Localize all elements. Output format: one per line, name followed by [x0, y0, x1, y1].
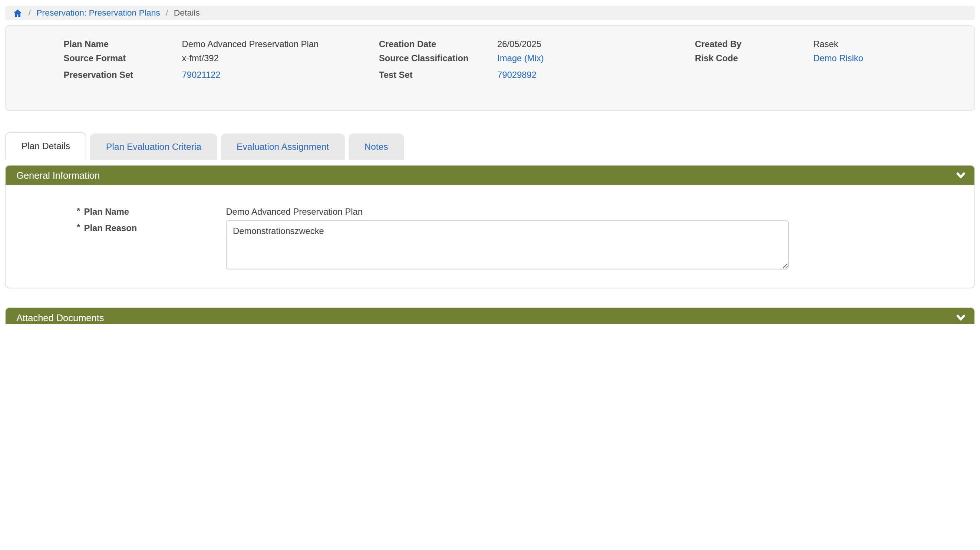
plan-reason-label: *Plan Reason	[77, 223, 137, 233]
breadcrumb-separator: /	[166, 8, 168, 18]
chevron-down-icon[interactable]	[956, 170, 966, 181]
tab-bar: Plan Details Plan Evaluation Criteria Ev…	[5, 132, 980, 160]
breadcrumb-separator: /	[28, 8, 30, 18]
plan-name-value: Demo Advanced Preservation Plan	[226, 207, 363, 217]
summary-row-test-set: Test Set 79029892	[379, 70, 695, 80]
plan-summary-panel: Plan Name Demo Advanced Preservation Pla…	[5, 25, 975, 111]
summary-row-source-format: Source Format x-fmt/392	[64, 53, 379, 63]
required-marker: *	[77, 222, 80, 232]
summary-label: Test Set	[379, 70, 497, 80]
summary-value: Demo Advanced Preservation Plan	[182, 39, 319, 49]
home-icon[interactable]	[13, 8, 22, 18]
attached-documents-section: Attached Documents Document path Add	[5, 307, 975, 324]
attached-documents-header[interactable]: Attached Documents	[6, 308, 974, 324]
risk-code-link[interactable]: Demo Risiko	[813, 53, 863, 63]
general-information-section: General Information *Plan Name Demo Adva…	[5, 165, 975, 289]
test-set-link[interactable]: 79029892	[497, 70, 536, 80]
summary-label: Created By	[695, 39, 813, 49]
summary-value: x-fmt/392	[182, 53, 219, 63]
summary-label: Plan Name	[64, 39, 182, 49]
summary-label: Creation Date	[379, 39, 497, 49]
tab-notes[interactable]: Notes	[348, 134, 404, 160]
summary-label: Risk Code	[695, 53, 813, 63]
preservation-set-link[interactable]: 79021122	[182, 70, 221, 80]
summary-label: Source Format	[64, 53, 182, 63]
section-title: Attached Documents	[16, 312, 104, 323]
summary-row-preservation-set: Preservation Set 79021122	[64, 70, 379, 80]
summary-row-created-by: Created By Rasek	[695, 39, 974, 49]
required-marker: *	[77, 206, 80, 216]
plan-name-label: *Plan Name	[77, 207, 129, 217]
tab-plan-evaluation-criteria[interactable]: Plan Evaluation Criteria	[90, 134, 217, 160]
summary-row-source-classification: Source Classification Image (Mix)	[379, 53, 695, 63]
breadcrumb: / Preservation: Preservation Plans / Det…	[5, 6, 975, 20]
plan-reason-textarea[interactable]: Demonstrationszwecke	[226, 220, 789, 269]
general-information-header[interactable]: General Information	[6, 166, 974, 185]
summary-value: Rasek	[813, 39, 838, 49]
summary-value: 26/05/2025	[497, 39, 541, 49]
tab-evaluation-assignment[interactable]: Evaluation Assignment	[221, 134, 345, 160]
chevron-down-icon[interactable]	[956, 312, 966, 323]
preservation-plan-details-page: / Preservation: Preservation Plans / Det…	[0, 0, 980, 324]
summary-row-creation-date: Creation Date 26/05/2025	[379, 39, 695, 49]
section-title: General Information	[16, 170, 100, 181]
summary-label: Preservation Set	[64, 70, 182, 80]
breadcrumb-current-page: Details	[174, 8, 200, 18]
breadcrumb-link-preservation-plans[interactable]: Preservation: Preservation Plans	[37, 8, 160, 18]
summary-row-plan-name: Plan Name Demo Advanced Preservation Pla…	[64, 39, 379, 49]
summary-row-risk-code: Risk Code Demo Risiko	[695, 53, 974, 63]
tab-plan-details[interactable]: Plan Details	[5, 132, 87, 160]
source-classification-link[interactable]: Image (Mix)	[497, 53, 544, 63]
summary-label: Source Classification	[379, 53, 497, 63]
